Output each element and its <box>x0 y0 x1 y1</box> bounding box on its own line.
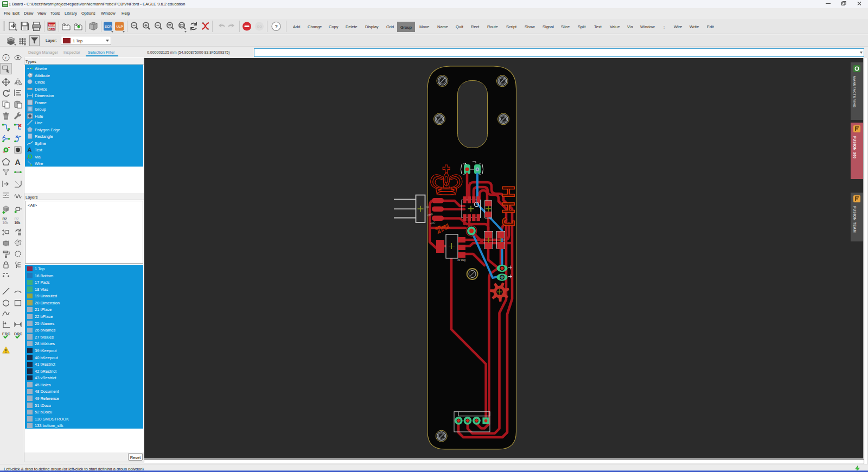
svg-text:GO: GO <box>257 25 263 28</box>
svg-text:i: i <box>5 55 7 60</box>
svg-text:DRC: DRC <box>14 332 22 336</box>
svg-text:ULP: ULP <box>117 25 123 28</box>
svg-text:BRD: BRD <box>49 28 55 31</box>
svg-text:3V Reg: 3V Reg <box>457 259 466 261</box>
svg-text:ERC: ERC <box>2 332 10 336</box>
svg-text:?: ? <box>275 24 278 29</box>
svg-text:SCR: SCR <box>105 25 112 28</box>
svg-text:R2: R2 <box>15 217 20 221</box>
svg-text:HHJ: HHJ <box>499 186 518 231</box>
svg-text:10k: 10k <box>15 221 21 225</box>
svg-text:SCH: SCH <box>49 23 55 27</box>
svg-text:A: A <box>15 158 21 167</box>
svg-text:10k: 10k <box>3 221 9 225</box>
svg-text:A: A <box>28 146 32 152</box>
svg-text:R2: R2 <box>3 217 8 221</box>
